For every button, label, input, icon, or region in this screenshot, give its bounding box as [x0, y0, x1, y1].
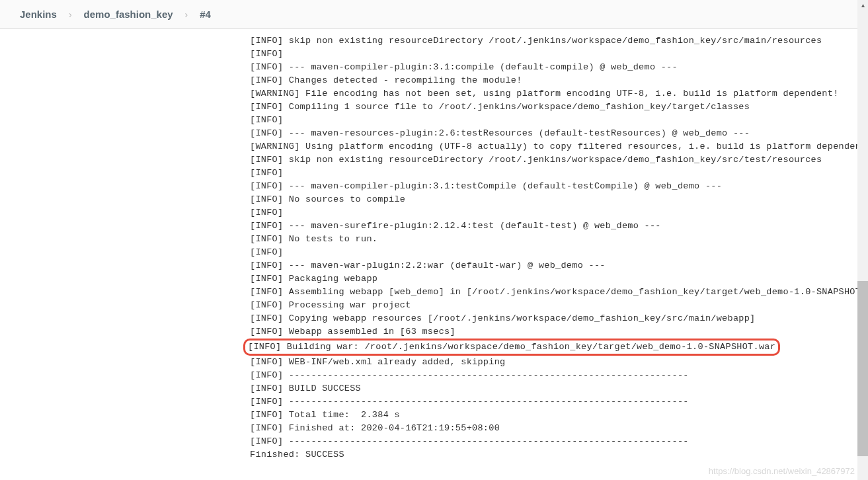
console-line: [INFO] --- maven-compiler-plugin:3.1:com… — [250, 61, 868, 74]
console-line: [INFO] Finished at: 2020-04-16T21:19:55+… — [250, 422, 868, 435]
breadcrumb: Jenkins › demo_fashion_key › #4 — [0, 0, 868, 29]
console-line: [INFO] --- maven-war-plugin:2.2:war (def… — [250, 259, 868, 272]
console-line: [INFO] Copying webapp resources [/root/.… — [250, 312, 868, 325]
console-line: [INFO] Compiling 1 source file to /root/… — [250, 100, 868, 114]
console-line: [INFO] skip non existing resourceDirecto… — [250, 34, 868, 48]
console-line: [INFO] — [250, 167, 868, 180]
console-line: [INFO] No sources to compile — [250, 193, 868, 206]
console-line: [INFO] Processing war project — [250, 299, 868, 312]
breadcrumb-job[interactable]: demo_fashion_key — [84, 9, 173, 20]
scroll-up-icon[interactable]: ▴ — [859, 1, 867, 9]
console-line: [INFO] ---------------------------------… — [250, 395, 868, 409]
console-line: [WARNING] File encoding has not been set… — [250, 87, 868, 100]
console-line: [INFO] No tests to run. — [250, 233, 868, 246]
console-line: [WARNING] Using platform encoding (UTF-8… — [250, 140, 868, 153]
console-line: [INFO] --- maven-resources-plugin:2.6:te… — [250, 127, 868, 140]
breadcrumb-build[interactable]: #4 — [200, 9, 211, 20]
console-line: [INFO] Webapp assembled in [63 msecs] — [250, 325, 868, 339]
scrollbar-thumb[interactable] — [857, 281, 868, 456]
console-line: [INFO] Packaging webapp — [250, 272, 868, 286]
console-line: [INFO] Changes detected - recompiling th… — [250, 74, 868, 87]
scrollbar-track[interactable]: ▴ — [857, 0, 868, 480]
console-line: [INFO] Total time: 2.384 s — [250, 409, 868, 422]
chevron-right-icon: › — [69, 9, 72, 20]
console-line: [INFO] ---------------------------------… — [250, 435, 868, 448]
console-output: [INFO] skip non existing resourceDirecto… — [0, 29, 868, 461]
console-line: [INFO] --- maven-surefire-plugin:2.12.4:… — [250, 220, 868, 233]
console-line: [INFO] — [250, 114, 868, 127]
console-line: [INFO] BUILD SUCCESS — [250, 382, 868, 395]
console-line: [INFO] — [250, 48, 868, 61]
console-line: Finished: SUCCESS — [250, 448, 868, 461]
chevron-right-icon: › — [185, 9, 188, 20]
console-line: [INFO] — [250, 246, 868, 259]
watermark-text: https://blog.csdn.net/weixin_42867972 — [709, 466, 855, 476]
console-line: [INFO] Building war: /root/.jenkins/work… — [250, 339, 868, 356]
console-line: [INFO] --- maven-compiler-plugin:3.1:tes… — [250, 180, 868, 193]
console-line: [INFO] skip non existing resourceDirecto… — [250, 153, 868, 167]
breadcrumb-jenkins[interactable]: Jenkins — [20, 9, 57, 20]
highlighted-console-line: [INFO] Building war: /root/.jenkins/work… — [243, 339, 780, 356]
console-line: [INFO] Assembling webapp [web_demo] in [… — [250, 286, 868, 299]
console-line: [INFO] WEB-INF/web.xml already added, sk… — [250, 356, 868, 369]
console-line: [INFO] — [250, 206, 868, 220]
console-line: [INFO] ---------------------------------… — [250, 369, 868, 382]
